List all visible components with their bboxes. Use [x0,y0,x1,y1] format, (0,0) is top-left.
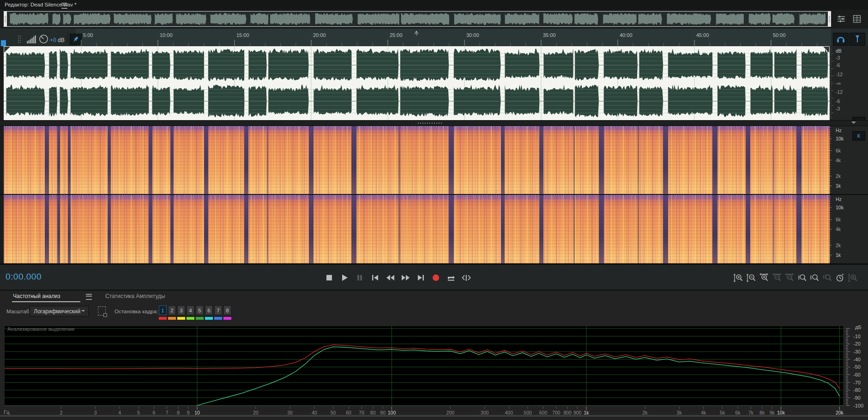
zoom-out-amplitude-button[interactable] [746,273,758,283]
frame-hold-button-2[interactable]: 2 [168,305,176,315]
pause-button[interactable] [354,272,366,283]
record-button[interactable] [430,272,442,283]
stop-icon [324,273,335,283]
frame-hold-button-1[interactable]: 1 [159,305,167,315]
zoom-reset-icon [835,273,845,283]
db-scale-header: dB [836,48,842,54]
frame-hold-color-bar [187,317,194,320]
panel-menu-icon[interactable] [86,294,92,300]
hz-scale-header: Hz [836,196,842,202]
zoom-restore-button[interactable] [848,273,860,283]
db-scale-label: -3 [836,55,840,61]
spectrogram-hz-scale-2: Hz10k6k4k2k1k [830,195,868,263]
skip-to-start-button[interactable] [369,272,381,283]
spectrogram-silence-gap [638,195,639,263]
spectrogram-left-channel[interactable] [4,126,830,194]
show-spectral-display-button[interactable] [833,33,849,46]
spectrogram-silence-gap [746,126,751,194]
scale-dropdown[interactable]: Логарифмический [30,306,89,317]
spectrogram-silence-gap [773,195,775,263]
frequency-graph-canvas[interactable]: дБ-10-20-30-40-50-60-70-80-90-100Гц23456… [0,323,868,420]
frame-hold-color-bar [177,317,185,320]
spectrogram-right-channel[interactable] [4,195,830,263]
spectrogram-silence-gap [309,126,314,194]
fast-forward-button[interactable] [399,272,411,283]
spectrogram-silence-gap [149,126,152,194]
spectrogram-silence-gap [449,126,454,194]
play-button[interactable] [338,272,350,283]
zoom-reset-button[interactable] [835,273,847,283]
db-scale-label: -12 [836,72,843,77]
stop-button[interactable] [323,272,335,283]
spectrogram-silence-gap [599,126,604,194]
loop-playback-button[interactable] [445,272,457,283]
skip-selection-button[interactable] [460,272,472,283]
svg-text:45:00: 45:00 [696,32,709,38]
zoom-selection-button[interactable] [822,273,834,283]
svg-text:-40: -40 [853,357,861,362]
spectrogram-silence-gap [746,195,751,263]
svg-text:5:00: 5:00 [83,32,93,38]
selection-corner-left-icon[interactable] [4,47,10,53]
spectrogram-silence-gap [267,195,269,263]
zoom-in-amplitude-button[interactable] [733,273,745,283]
frequency-analysis-graph[interactable]: дБ-10-20-30-40-50-60-70-80-90-100Гц23456… [0,323,868,420]
frame-hold-button-7[interactable]: 7 [214,305,222,315]
tab-amplitude-statistics[interactable]: Статистика Амплитуды [105,293,165,299]
divider-grip-icon[interactable] [418,122,442,124]
zoom-in-point-button[interactable] [797,273,809,283]
show-pitch-display-button[interactable] [850,33,865,46]
zoom-full-button[interactable] [784,273,796,283]
play-icon [339,273,350,283]
zoom-out-point-button[interactable] [809,273,821,283]
zoom-in-point-icon [797,273,808,283]
stereo-waveform[interactable] [4,46,830,120]
frame-hold-button-3[interactable]: 3 [177,305,185,315]
hamburger-menu-icon[interactable] [61,3,67,9]
pitch-probe-icon [853,35,862,43]
timeline-ticks[interactable]: 5:0010:0015:0020:0025:0030:0035:0040:004… [0,29,868,46]
spectrogram-silence-gap [663,126,668,194]
overview-right-handle[interactable] [828,11,831,27]
rewind-button[interactable] [384,272,396,283]
svg-text:-90: -90 [853,395,861,401]
zoom-in-amplitude-icon [733,273,744,283]
zoom-selection-icon [822,273,833,283]
spectrogram-silence-gap [712,126,717,194]
spectrogram-silence-gap [170,126,174,194]
time-display[interactable]: 0:00.000 [6,272,42,282]
frame-hold-button-5[interactable]: 5 [196,305,204,315]
spectrogram-silence-gap [501,195,505,263]
pause-icon [354,273,365,283]
spectrogram-silence-gap [449,195,454,263]
svg-text:15:00: 15:00 [236,32,249,38]
frame-hold-button-8[interactable]: 8 [223,305,231,315]
editor-title-bar: Редактор: Dead Silence.wav * [0,0,868,10]
waveform-db-scale: dB-3-3-6-6-12-12-∞LК [830,46,868,120]
spectrogram-silence-gap [796,195,802,263]
db-scale-infinity-label: -∞ [836,80,841,86]
spectrogram-silence-gap [573,195,575,263]
overview-grid-icon[interactable] [852,14,862,24]
frame-hold-button-6[interactable]: 6 [205,305,213,315]
spectrogram-silence-gap [244,126,248,194]
overview-left-handle[interactable] [4,11,7,27]
svg-text:40:00: 40:00 [620,32,633,38]
overview-settings-icon[interactable] [837,14,846,24]
db-scale-label: -6 [836,98,840,104]
frame-hold-button-4[interactable]: 4 [187,305,194,315]
hz-scale-header: Hz [836,128,842,133]
tab-frequency-analysis[interactable]: Частотный анализ [13,293,60,299]
spectrogram-silence-gap [773,126,775,194]
selection-corner-right-icon[interactable] [823,47,829,53]
svg-text:-60: -60 [853,372,861,377]
svg-text:Гц: Гц [4,409,10,415]
divider-collapse-icon[interactable] [851,122,856,126]
zoom-in-time-button[interactable] [759,273,771,283]
skip-to-end-button[interactable] [415,272,427,283]
zoom-out-time-button[interactable] [772,273,784,283]
panel-bottom-edge [0,415,868,417]
copy-frame-icon[interactable] [98,306,106,316]
overview-waveform[interactable] [7,12,827,26]
svg-text:25:00: 25:00 [390,32,403,38]
